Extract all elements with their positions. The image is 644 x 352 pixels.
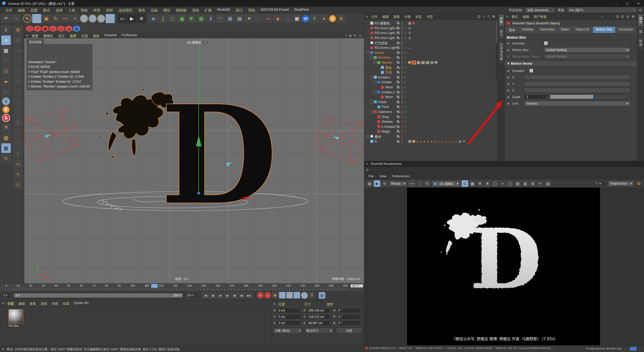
object-label[interactable]: Wind	[385, 85, 393, 89]
tg tg-tri[interactable]: △	[441, 140, 444, 143]
material-thumbnail[interactable]	[9, 309, 23, 324]
slider-handle[interactable]	[592, 95, 593, 99]
y-field[interactable]	[524, 81, 630, 86]
solo-button[interactable]: ▥	[319, 292, 325, 299]
renderview-menu-item[interactable]: Preferences	[390, 174, 412, 178]
key-radio-icon[interactable]: ◉	[507, 76, 510, 79]
menu-item[interactable]: 窗口	[233, 8, 245, 13]
attribute-tab[interactable]: Matte	[558, 27, 572, 33]
search-icon[interactable]: Ϙ	[639, 8, 641, 12]
view-label[interactable]: 透视视图	[27, 39, 44, 45]
material-menu-item[interactable]: 材质	[49, 301, 60, 306]
forward-icon[interactable]: →	[606, 15, 610, 18]
object-label[interactable]: Fluids	[378, 100, 387, 104]
tree-row[interactable]: − Meshers ✓	[364, 55, 498, 60]
menu-item[interactable]: 文件	[3, 8, 15, 13]
tg tg-doc[interactable]: ▤	[458, 140, 462, 143]
hamburger-icon[interactable]: ≡	[2, 347, 5, 351]
visibility-dots-icon[interactable]	[401, 105, 403, 108]
viewport-menu-item[interactable]: ProRender	[119, 33, 140, 38]
size-field[interactable]: 218.212 cm▴▾	[307, 314, 332, 319]
object-label[interactable]: Daemons	[378, 110, 392, 114]
current-frame-box[interactable]: 107 F ▴▾	[351, 284, 363, 287]
visibility-toggle-icon[interactable]	[396, 140, 400, 143]
expander-icon[interactable]: −	[373, 91, 377, 94]
visibility-toggle-icon[interactable]	[396, 61, 400, 64]
object-label[interactable]: D	[375, 140, 377, 143]
enabled-check-icon[interactable]: ✓	[404, 31, 407, 35]
array-icon[interactable]: ‖	[206, 14, 215, 23]
lock-camera-icon[interactable]: Ω	[462, 180, 468, 187]
add-image-icon[interactable]: ⊞	[530, 180, 536, 187]
tg tg-tri[interactable]: ▲	[434, 140, 436, 143]
menu-item[interactable]: 扩展	[202, 8, 214, 13]
letter-d-object[interactable]: D	[160, 75, 278, 235]
rect-select-icon[interactable]: ▭	[13, 159, 23, 169]
restart-render-icon[interactable]: ↻	[381, 180, 388, 187]
enabled-check-icon[interactable]: ✓	[404, 26, 407, 30]
camera-icon[interactable]: ▤	[235, 14, 244, 23]
visibility-toggle-icon[interactable]	[396, 91, 400, 94]
circle-select-icon[interactable]: ○	[13, 149, 23, 158]
menu-item[interactable]: Redshift	[214, 8, 233, 13]
snap-points-icon[interactable]: ∷	[13, 97, 23, 107]
menu-item[interactable]: INSYDIUM Fused	[258, 8, 291, 13]
attribute-menu-item[interactable]: 模式	[509, 14, 520, 19]
expander-icon[interactable]: −	[370, 110, 373, 113]
compare-icon[interactable]: ▨	[514, 180, 521, 187]
visibility-dots-icon[interactable]	[401, 51, 403, 54]
key-radio-icon[interactable]: ◉	[507, 89, 510, 92]
tree-row[interactable]: 置换 ✓	[364, 65, 498, 70]
visibility-toggle-icon[interactable]	[396, 105, 400, 108]
viewport-menu-item[interactable]: 过滤	[79, 33, 90, 38]
texture-mode-icon[interactable]: ▩	[1, 46, 11, 55]
menu-item[interactable]: 角色	[135, 8, 148, 13]
stepper-icon[interactable]: ▴▾	[330, 309, 331, 312]
object-label[interactable]: Sheeter	[382, 120, 393, 123]
visibility-dots-icon[interactable]	[401, 76, 403, 79]
prev-frame-button[interactable]: ◀	[217, 292, 223, 299]
camera-badge-icon[interactable]: ⊕	[203, 41, 208, 44]
enabled-check-icon[interactable]: ✓	[404, 61, 407, 64]
visibility-dots-icon[interactable]	[401, 110, 403, 113]
dock-tab[interactable]: 场次	[499, 27, 504, 39]
qr-icon[interactable]: QR	[302, 15, 309, 22]
tg tg-tgt[interactable]: ◒	[408, 46, 411, 49]
object-label[interactable]: Magic	[382, 129, 390, 133]
node-space-select[interactable]: 当前 (Redshift)▾	[525, 7, 555, 13]
visibility-dots-icon[interactable]	[401, 56, 403, 59]
size-field[interactable]: 86.967 cm▴▾	[307, 321, 332, 326]
tree-row[interactable]: Magic ✓	[364, 129, 498, 134]
attribute-tab[interactable]: Motion Blur	[593, 27, 616, 33]
rotation-field[interactable]: 0 °▴▾	[337, 308, 362, 313]
renderview-tab[interactable]: Redshift RenderView	[371, 162, 401, 166]
object-icon[interactable]	[381, 66, 384, 69]
visibility-dots-icon[interactable]	[401, 66, 403, 69]
object-icon[interactable]	[370, 41, 373, 44]
object-icon[interactable]	[370, 135, 373, 138]
visibility-dots-icon[interactable]	[401, 41, 403, 44]
range-end-input[interactable]: 250 F▴▾	[185, 293, 199, 298]
record-keyframe-button[interactable]: ●	[257, 292, 264, 298]
enabled-check-icon[interactable]: ✓	[404, 100, 407, 104]
lock-y-icon[interactable]: Y	[89, 15, 97, 23]
menu-item[interactable]: 工具	[65, 8, 78, 13]
render-icon[interactable]: ▶	[127, 14, 136, 23]
object-menu-item[interactable]: 编辑	[380, 14, 391, 19]
visibility-dots-icon[interactable]	[401, 120, 403, 123]
enabled-check-icon[interactable]: ✓	[404, 95, 407, 99]
visibility-dots-icon[interactable]	[401, 46, 403, 49]
object-label[interactable]: RS Area Light.2	[375, 26, 397, 30]
visibility-toggle-icon[interactable]	[396, 41, 400, 45]
workplane-rotate-icon[interactable]: ↻	[1, 154, 11, 163]
object-icon[interactable]	[370, 26, 373, 29]
status-error[interactable]: StandartMaterial: Material 'sphere.c4d:F…	[365, 347, 554, 350]
key-pla-button[interactable]: ⠿	[309, 292, 315, 298]
object-icon[interactable]	[381, 86, 384, 89]
tree-row[interactable]: − Emitters ✓	[364, 75, 498, 80]
magnet-icon[interactable]: ∪	[1, 123, 11, 132]
z-field[interactable]	[524, 88, 630, 93]
menu-item[interactable]: 创建	[28, 8, 40, 13]
expander-icon[interactable]: −	[373, 61, 377, 64]
hamburger-icon[interactable]: ≡	[26, 33, 29, 37]
